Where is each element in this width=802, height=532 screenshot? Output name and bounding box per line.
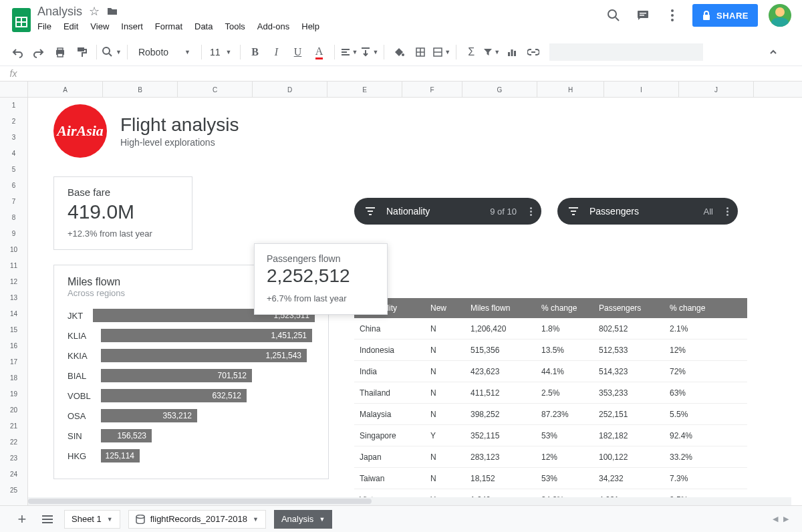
column-header[interactable]: F [402, 82, 462, 98]
row-header[interactable]: 4 [0, 146, 27, 162]
column-header[interactable]: J [679, 82, 754, 98]
table-header[interactable]: % change [664, 303, 724, 313]
menu-insert[interactable]: Insert [121, 21, 143, 31]
add-sheet-icon[interactable]: + [13, 511, 31, 528]
font-size-select[interactable]: 11▼ [207, 47, 235, 57]
table-row[interactable]: JapanN283,12312%100,12233.2% [354, 446, 747, 468]
table-row[interactable]: TaiwanN18,15253%34,2327.3% [354, 468, 747, 489]
select-all-corner[interactable] [0, 82, 28, 98]
menu-data[interactable]: Data [194, 21, 213, 31]
row-header[interactable]: 21 [0, 418, 27, 434]
column-header[interactable]: C [178, 82, 253, 98]
paint-format-icon[interactable] [72, 43, 91, 61]
comments-icon[interactable] [634, 6, 652, 25]
doc-title[interactable]: Analysis [37, 5, 82, 19]
passengers-filter-menu-icon[interactable] [724, 207, 731, 216]
row-header[interactable]: 23 [0, 450, 27, 467]
redo-icon[interactable] [29, 43, 48, 61]
more-icon[interactable] [663, 6, 682, 25]
passengers-filter-pill[interactable]: Passengers All [557, 198, 738, 225]
column-header[interactable]: I [604, 82, 679, 98]
sheets-app-icon[interactable] [8, 7, 35, 33]
table-header[interactable]: Miles flown [465, 303, 536, 313]
menu-format[interactable]: Format [155, 21, 182, 31]
nationality-filter-menu-icon[interactable] [527, 207, 535, 216]
row-header[interactable]: 14 [0, 306, 27, 322]
undo-icon[interactable] [8, 43, 27, 61]
tab-sheet1[interactable]: Sheet 1▼ [64, 510, 120, 529]
merge-icon[interactable]: ▼ [432, 43, 450, 61]
table-row[interactable]: IndonesiaN515,35613.5%512,53312% [354, 340, 747, 361]
table-row[interactable]: ThailandN411,5122.5%353,23363% [354, 382, 747, 404]
row-header[interactable]: 3 [0, 130, 27, 146]
zoom-icon[interactable]: ▼ [102, 43, 122, 61]
menu-tools[interactable]: Tools [225, 21, 245, 31]
column-header[interactable]: G [462, 82, 537, 98]
table-row[interactable]: MalaysiaN398,25287.23%252,1515.5% [354, 404, 747, 425]
fx-icon[interactable]: fx [0, 68, 27, 79]
account-avatar[interactable] [769, 4, 791, 27]
table-header[interactable]: New [425, 303, 465, 313]
font-select[interactable]: Roboto▼ [133, 47, 196, 57]
star-icon[interactable]: ☆ [89, 4, 100, 19]
search-icon[interactable] [604, 6, 623, 25]
row-header[interactable]: 12 [0, 274, 27, 290]
column-header[interactable]: D [253, 82, 327, 98]
row-header[interactable]: 8 [0, 210, 27, 226]
row-header[interactable]: 24 [0, 467, 27, 483]
move-folder-icon[interactable] [106, 5, 118, 17]
menu-edit[interactable]: Edit [63, 21, 78, 31]
row-header[interactable]: 18 [0, 370, 27, 386]
column-header[interactable]: B [103, 82, 178, 98]
table-row[interactable]: IndiaN423,62344.1%514,32372% [354, 361, 747, 382]
row-header[interactable]: 13 [0, 290, 27, 306]
row-header[interactable]: 11 [0, 258, 27, 274]
column-header[interactable]: A [28, 82, 103, 98]
table-header[interactable]: % change [536, 303, 593, 313]
row-header[interactable]: 10 [0, 242, 27, 258]
share-button[interactable]: SHARE [692, 4, 758, 27]
text-color-icon[interactable]: A [310, 43, 329, 61]
chart-icon[interactable] [503, 43, 521, 61]
bold-icon[interactable]: B [246, 43, 265, 61]
row-header[interactable]: 7 [0, 194, 27, 210]
align-icon[interactable]: ▼ [340, 43, 358, 61]
table-row[interactable]: ChinaN1,206,4201.8%802,5122.1% [354, 318, 747, 340]
row-header[interactable]: 6 [0, 178, 27, 194]
tabs-scroll-right-icon[interactable]: ▶ [783, 515, 789, 523]
tab-datasource[interactable]: flightRecords_2017-2018▼ [128, 510, 266, 529]
table-header[interactable]: Passengers [593, 303, 664, 313]
row-header[interactable]: 9 [0, 226, 27, 242]
row-header[interactable]: 16 [0, 338, 27, 354]
row-header[interactable]: 5 [0, 162, 27, 178]
nationality-filter-pill[interactable]: Nationality 9 of 10 [354, 198, 541, 225]
row-header[interactable]: 17 [0, 354, 27, 370]
link-icon[interactable] [524, 43, 543, 61]
fill-color-icon[interactable] [390, 43, 408, 61]
menu-file[interactable]: File [37, 21, 51, 31]
all-sheets-icon[interactable] [39, 511, 56, 528]
menu-help[interactable]: Help [301, 21, 319, 31]
underline-icon[interactable]: U [289, 43, 307, 61]
row-header[interactable]: 20 [0, 402, 27, 418]
row-header[interactable]: 2 [0, 114, 27, 130]
italic-icon[interactable]: I [267, 43, 286, 61]
row-header[interactable]: 19 [0, 386, 27, 402]
row-header[interactable]: 1 [0, 98, 27, 114]
print-icon[interactable] [51, 43, 70, 61]
tab-analysis[interactable]: Analysis▼ [274, 510, 332, 529]
column-header[interactable]: H [537, 82, 604, 98]
menu-add-ons[interactable]: Add-ons [257, 21, 289, 31]
table-row[interactable]: SingaporeY352,11553%182,18292.4% [354, 425, 747, 446]
row-header[interactable]: 15 [0, 322, 27, 338]
collapse-toolbar-icon[interactable] [769, 47, 778, 57]
filter-icon[interactable]: ▼ [483, 43, 500, 61]
row-header[interactable]: 25 [0, 483, 27, 499]
borders-icon[interactable] [411, 43, 430, 61]
menu-view[interactable]: View [90, 21, 109, 31]
valign-icon[interactable]: ▼ [360, 43, 378, 61]
tabs-scroll-left-icon[interactable]: ◀ [773, 515, 778, 523]
column-header[interactable]: E [327, 82, 402, 98]
functions-icon[interactable]: Σ [462, 43, 481, 61]
row-header[interactable]: 22 [0, 434, 27, 450]
